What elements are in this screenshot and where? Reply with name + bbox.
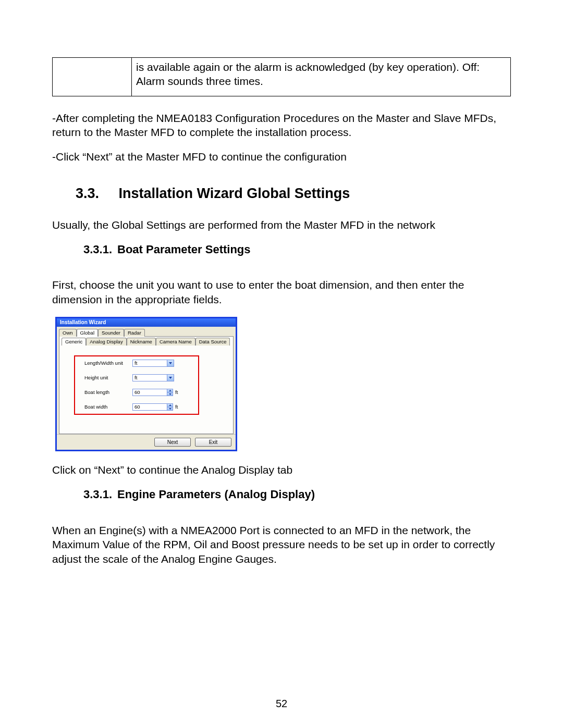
svg-marker-3 [169,393,172,395]
installation-wizard-window: Installation Wizard Own Global Sounder R… [55,317,237,451]
exit-button[interactable]: Exit [195,438,231,447]
body-paragraph: -Click “Next” at the Master MFD to conti… [52,150,511,164]
label-boat-width: Boat width [84,404,132,410]
combo-lw-unit[interactable]: ft [132,360,174,367]
svg-marker-0 [169,362,172,364]
section-title: Installation Wizard Global Settings [119,186,350,201]
tab-content-generic: Length/Width unit ft Height unit ft [59,345,234,434]
tab-own[interactable]: Own [59,329,77,337]
svg-marker-2 [169,390,172,391]
form-row-boat-length: Boat length 60 ft [84,389,189,396]
label-h-unit: Height unit [84,375,132,381]
chevron-down-icon[interactable] [167,407,173,411]
form-row-h-unit: Height unit ft [84,374,189,381]
tab-radar[interactable]: Radar [124,329,145,337]
unit-suffix: ft [175,389,178,396]
tab-analog-display[interactable]: Analog Display [86,338,126,346]
tab-sounder[interactable]: Sounder [98,329,124,337]
tab-global[interactable]: Global [77,329,98,337]
button-bar: Next Exit [57,434,236,450]
next-button[interactable]: Next [154,438,191,447]
table-cell-left [53,58,132,96]
tab-generic[interactable]: Generic [62,338,86,346]
svg-marker-4 [169,404,172,406]
field-boat-width[interactable]: 60 [132,403,173,411]
subsection-number: 3.3.1. [83,242,117,257]
svg-marker-1 [169,377,172,379]
tab-camera-name[interactable]: Camera Name [156,338,195,346]
label-boat-length: Boat length [84,389,132,396]
body-paragraph: When an Engine(s) with a NMEA2000 Port i… [52,523,511,566]
chevron-down-icon[interactable] [167,375,174,381]
chevron-down-icon[interactable] [167,360,174,366]
body-paragraph: Usually, the Global Settings are perform… [52,218,511,232]
table-cell-right: is available again or the alarm is ackno… [132,58,511,96]
unit-suffix: ft [175,404,178,410]
field-boat-length[interactable]: 60 [132,389,173,396]
combo-value: ft [133,375,167,381]
chevron-down-icon[interactable] [167,392,173,396]
subsection-heading: 3.3.1.Engine Parameters (Analog Display) [83,487,511,502]
tabs-area: Own Global Sounder Radar Generic Analog … [57,327,236,434]
highlighted-fields: Length/Width unit ft Height unit ft [74,355,199,415]
spinner[interactable] [167,389,173,396]
field-value: 60 [133,389,167,396]
outer-tab-row: Own Global Sounder Radar [59,329,234,337]
field-value: 60 [133,404,167,410]
section-heading: 3.3. Installation Wizard Global Settings [76,184,511,203]
window-titlebar: Installation Wizard [57,318,236,327]
body-paragraph: -After completing the NMEA0183 Configura… [52,111,511,140]
table-row: is available again or the alarm is ackno… [53,58,511,96]
window-title: Installation Wizard [60,319,106,325]
form-row-boat-width: Boat width 60 ft [84,403,189,411]
subsection-title: Boat Parameter Settings [117,243,251,256]
combo-value: ft [133,360,167,366]
tab-nickname[interactable]: Nickname [127,338,156,346]
section-number: 3.3. [76,184,115,203]
page-number: 52 [0,697,563,710]
form-row-lw-unit: Length/Width unit ft [84,360,189,367]
subsection-heading: 3.3.1.Boat Parameter Settings [83,242,511,257]
spinner[interactable] [167,404,173,410]
body-paragraph: Click on “Next” to continue the Analog D… [52,463,511,477]
subsection-title: Engine Parameters (Analog Display) [117,488,315,501]
inner-tab-row: Generic Analog Display Nickname Camera N… [59,336,234,346]
subsection-number: 3.3.1. [83,487,117,502]
svg-marker-5 [169,408,172,410]
tab-data-source[interactable]: Data Source [195,338,230,346]
body-paragraph: First, choose the unit you want to use t… [52,278,511,306]
label-lw-unit: Length/Width unit [84,360,132,366]
table-fragment: is available again or the alarm is ackno… [52,57,511,96]
document-page: is available again or the alarm is ackno… [0,0,563,728]
combo-h-unit[interactable]: ft [132,374,174,381]
